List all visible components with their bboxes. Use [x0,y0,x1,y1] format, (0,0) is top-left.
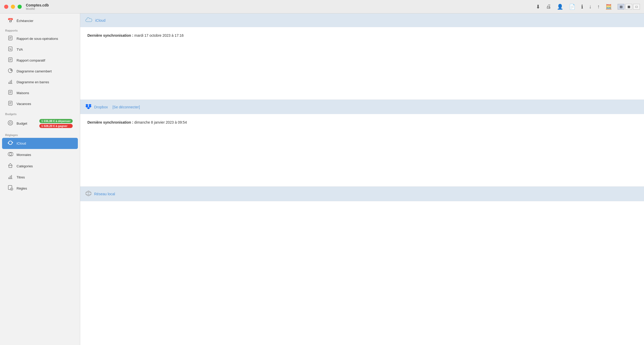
pie-chart-icon [7,68,13,74]
icloud-body: Dernière synchronisation : mardi 17 octo… [80,27,644,100]
arrow-up-icon[interactable]: ↑ [597,4,600,10]
titlebar: Comptes.cdb Modifié ⬇ 🖨 👤 📄 ℹ ↓ ↑ 🧮 ▤ ▦ … [0,0,644,13]
info-icon[interactable]: ℹ [581,4,583,10]
sidebar-item-echeancier[interactable]: 📅 Échéancier [2,16,78,26]
icloud-header: iCloud [80,13,644,27]
maximize-button[interactable] [18,5,22,9]
svg-point-24 [9,122,11,124]
sidebar-item-tva[interactable]: % TVA [2,44,78,55]
view-full-button[interactable]: □ [633,4,640,10]
sidebar-item-maisons[interactable]: Maisons [2,88,78,98]
compare-icon [7,57,13,64]
calendar-icon: 📅 [7,18,13,24]
sidebar-label-synchronisation: iCloud [17,141,26,145]
sidebar-label-rapport-sous-operations: Rapport de sous-opérations [17,37,58,41]
app-name: Comptes.cdb [26,3,49,7]
sidebar-label-titres: Titres [17,175,25,179]
sidebar-item-diagramme-barres[interactable]: Diagramme en barres [2,77,78,87]
icloud-last-sync: Dernière synchronisation : mardi 17 octo… [87,33,637,38]
content-area: iCloud Dernière synchronisation : mardi … [80,13,644,345]
svg-point-23 [8,121,13,125]
budget-badges: 1 036,88 € à dépenser 1 028,20 € à gagne… [39,119,73,128]
report-icon [7,35,13,42]
app-subtitle: Modifié [26,7,35,10]
toolbar-icons: ⬇ 🖨 👤 📄 ℹ ↓ ↑ 🧮 ▤ ▦ □ [536,4,640,10]
maisons-icon [7,90,13,96]
main-container: 📅 Échéancier Rapports Rapport de sous-op… [0,13,644,345]
app-title-group: Comptes.cdb Modifié [26,3,536,10]
dropbox-last-sync-label: Dernière synchronisation : [87,120,133,124]
sidebar-label-monnaies: Monnaies [17,153,31,157]
percent-icon: % [7,46,13,53]
download-icon[interactable]: ⬇ [536,4,540,10]
bar-chart-icon [7,79,13,85]
dropbox-body: Dernière synchronisation : dimanche 8 ja… [80,114,644,186]
icloud-last-sync-label: Dernière synchronisation : [87,33,133,38]
svg-marker-26 [8,142,9,144]
svg-marker-42 [87,107,90,109]
badge-gagner: 1 028,20 € à gagner [39,124,73,128]
titres-icon [7,174,13,181]
view-content-button[interactable]: ▦ [625,4,632,10]
svg-rect-29 [9,166,12,168]
svg-rect-11 [9,82,9,84]
reseau-local-section: Réseau local [80,187,644,201]
sidebar: 📅 Échéancier Rapports Rapport de sous-op… [0,13,80,345]
section-label-budgets: Budgets [0,109,80,117]
network-icon [85,190,92,197]
view-sidebar-button[interactable]: ▤ [618,4,624,10]
sidebar-item-rapport-comparatif[interactable]: Rapport comparatif [2,55,78,66]
section-label-reglages: Réglages [0,130,80,138]
dropbox-icon [85,103,92,110]
dropbox-title: Dropbox [94,105,108,109]
svg-marker-40 [85,106,88,108]
vacances-icon [7,101,13,107]
sidebar-label-maisons: Maisons [17,91,29,95]
icloud-last-sync-value: mardi 17 octobre 2023 à 17:16 [134,33,184,38]
regles-icon [7,185,13,192]
svg-marker-41 [88,106,92,108]
sidebar-item-rapport-sous-operations[interactable]: Rapport de sous-opérations [2,33,78,44]
sidebar-label-regles: Règles [17,186,27,190]
window-controls [4,5,22,9]
icloud-section: iCloud Dernière synchronisation : mardi … [80,13,644,100]
print-icon[interactable]: 🖨 [546,4,551,10]
svg-rect-12 [10,81,11,84]
dropbox-last-sync: Dernière synchronisation : dimanche 8 ja… [87,120,637,124]
sidebar-item-budget[interactable]: Budget 1 036,88 € à dépenser 1 028,20 € … [2,117,78,130]
svg-text:%: % [9,48,11,50]
dropbox-last-sync-value: dimanche 8 janvier 2023 à 09:54 [134,120,187,124]
reseau-local-header: Réseau local [80,187,644,201]
reseau-local-title: Réseau local [94,192,115,196]
icloud-icon [85,17,93,24]
svg-rect-13 [11,80,12,84]
categories-icon [7,163,13,170]
sync-icon [7,140,13,147]
minimize-button[interactable] [11,5,15,9]
monnaies-icon [7,151,13,158]
svg-marker-25 [12,142,13,143]
sidebar-item-regles[interactable]: Règles [2,183,78,194]
close-button[interactable] [4,5,8,9]
section-label-rapports: Rapports [0,26,80,33]
svg-rect-30 [9,177,9,179]
arrow-down-icon[interactable]: ↓ [589,4,591,10]
account-icon[interactable]: 👤 [557,4,563,10]
document-icon[interactable]: 📄 [569,4,575,10]
sidebar-item-monnaies[interactable]: Monnaies [2,149,78,160]
sidebar-label-budget: Budget [17,122,27,125]
sidebar-item-diagramme-camembert[interactable]: Diagramme camembert [2,66,78,77]
dropbox-header: Dropbox [Se déconnecter] [80,100,644,114]
sidebar-item-vacances[interactable]: Vacances [2,99,78,109]
view-toggle: ▤ ▦ □ [618,4,640,10]
badge-depenser: 1 036,88 € à dépenser [39,119,73,123]
sidebar-item-categories[interactable]: Catégories [2,161,78,172]
sidebar-item-titres[interactable]: Titres [2,172,78,183]
sidebar-item-synchronisation[interactable]: iCloud [2,138,78,149]
calculator-icon[interactable]: 🧮 [605,4,612,10]
sidebar-label-diagramme-barres: Diagramme en barres [17,80,49,84]
sidebar-label-diagramme-camembert: Diagramme camembert [17,69,52,73]
sidebar-label-echeancier: Échéancier [17,19,33,23]
sidebar-label-vacances: Vacances [17,102,31,106]
dropbox-disconnect-link[interactable]: [Se déconnecter] [113,105,140,109]
